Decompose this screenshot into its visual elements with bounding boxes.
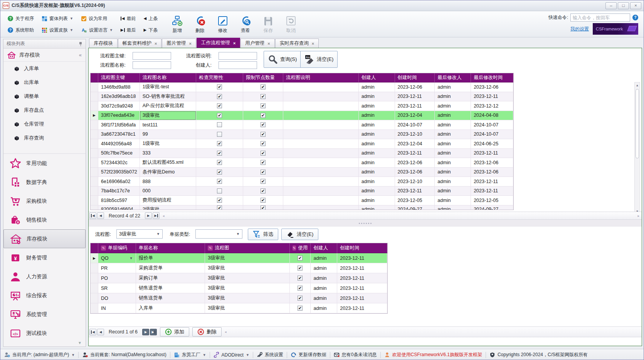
table-cell[interactable]: 2023-12-11 (395, 101, 435, 111)
table-cell[interactable]: 2023-12-11 (471, 177, 513, 187)
tab-inventory-module[interactable]: 库存模块 (89, 39, 118, 48)
table-cell[interactable]: admin (359, 168, 395, 177)
table-cell[interactable]: ✔ (290, 253, 311, 263)
search-input-key[interactable] (133, 52, 171, 60)
checkbox[interactable]: ✔ (261, 94, 266, 99)
checkbox[interactable] (217, 122, 222, 127)
table-cell[interactable] (196, 130, 243, 140)
table-cell[interactable]: admin (311, 263, 337, 273)
table-cell[interactable]: ✔ (196, 158, 243, 168)
query-button[interactable]: 查询(S) (264, 51, 301, 68)
tab-account-data[interactable]: 帐套资料维护× (118, 39, 161, 48)
table-cell[interactable]: ✔ (243, 177, 283, 187)
table-cell[interactable]: 2023-12-11 (395, 149, 435, 158)
table-cell[interactable]: ✔ (243, 158, 283, 168)
table-cell[interactable]: 报价单 (136, 253, 205, 263)
column-header[interactable]: 限制节点数量 (243, 73, 283, 82)
table-cell[interactable]: 2023-12-11 (471, 92, 513, 102)
table-cell[interactable]: 2023-12-11 (395, 187, 435, 196)
table-cell[interactable]: ✔ (243, 205, 283, 210)
sidebar-module-report-module[interactable]: 综合报表 (3, 286, 86, 305)
table-cell[interactable]: admin (435, 130, 471, 140)
table-cell[interactable]: admin (311, 283, 337, 293)
table-cell[interactable]: admin (435, 168, 471, 177)
table-cell[interactable]: ✔ (290, 303, 311, 313)
table-cell[interactable]: 2级审批 (140, 205, 197, 210)
table-row[interactable]: ▶QO▼报价单3级审批✔admin2023-12-11 (91, 253, 387, 263)
checkbox[interactable]: ✔ (261, 151, 266, 156)
close-icon[interactable]: × (312, 41, 314, 46)
search-input-desc[interactable] (219, 52, 257, 60)
nav-next-button[interactable]: ▶ (142, 329, 149, 335)
table-cell[interactable]: 888 (140, 177, 197, 187)
quick-command-input[interactable] (570, 13, 630, 22)
checkbox[interactable]: ✔ (261, 160, 266, 165)
table-cell[interactable]: DO (98, 293, 136, 303)
column-header[interactable]: 创建时间 (337, 243, 387, 253)
close-icon[interactable]: × (267, 41, 270, 46)
table-cell[interactable]: 36f1f71fd5b6afa (98, 120, 140, 130)
tab-image-manage[interactable]: 图片管理× (162, 39, 196, 48)
table-cell[interactable]: 2023-12-11 (337, 303, 387, 313)
table-cell[interactable]: 3级审批 (205, 283, 289, 293)
table-row[interactable]: IN入库单3级审批✔admin2023-12-11 (91, 303, 387, 313)
table-cell[interactable]: 3a667230478c1 (98, 130, 140, 140)
sidebar-module-sales-module[interactable]: ¥销售模块 (3, 210, 86, 229)
table-row[interactable]: 50fc7fbe75ece333✔✔admin2023-12-11admin20… (91, 149, 513, 158)
my-settings-link[interactable]: 我的设置 (570, 26, 589, 32)
table-cell[interactable]: 2023-12-06 (471, 82, 513, 92)
table-cell[interactable]: ✔ (243, 130, 283, 140)
close-button[interactable]: × (630, 2, 641, 9)
toolbar-item-last-record[interactable]: ▶最后 (118, 24, 139, 36)
table-cell[interactable]: ✔ (243, 92, 283, 102)
table-cell[interactable]: admin (359, 111, 395, 121)
tab-workflow-manage[interactable]: 工作流程管理× (197, 38, 240, 48)
toolbar-item-prev-record[interactable]: ◀上条 (141, 13, 161, 24)
checkbox[interactable]: ✔ (298, 306, 303, 311)
checkbox[interactable]: ✔ (217, 141, 222, 146)
table-cell[interactable]: 采购订单 (136, 273, 205, 283)
sidebar-group-inventory[interactable]: 库存模块 « (3, 49, 86, 62)
table-cell[interactable] (283, 101, 359, 111)
table-cell[interactable] (283, 177, 359, 187)
table-cell[interactable]: admin (435, 92, 471, 102)
table-cell[interactable]: 2023-12-06 (395, 158, 435, 168)
sidebar-module-test-module[interactable]: </>测试模块 (3, 324, 86, 343)
checkbox[interactable]: ✔ (217, 170, 222, 175)
table-cell[interactable]: 销售送货单 (136, 293, 205, 303)
checkbox[interactable]: ✔ (217, 94, 222, 99)
vertical-scrollbar[interactable]: ▲ ▼ (634, 82, 640, 215)
table-cell[interactable]: ✔ (243, 187, 283, 196)
table-cell[interactable]: 2023-12-06 (395, 82, 435, 92)
column-header[interactable]: ✎流程图 (205, 243, 289, 253)
checkbox[interactable]: ✔ (261, 103, 266, 108)
table-cell[interactable]: ✔ (243, 168, 283, 177)
help-circle-icon[interactable]: ? (632, 15, 638, 20)
grid-splitter[interactable] (89, 220, 642, 227)
table-cell[interactable] (283, 187, 359, 196)
table-cell[interactable]: ✔ (196, 168, 243, 177)
table-cell[interactable]: ✔ (196, 92, 243, 102)
table-cell[interactable]: 2024-06-25 (471, 139, 513, 149)
nav-last-button[interactable]: ▶ (150, 329, 157, 335)
status-item-refresh-cache[interactable]: 更新缓存数据 (291, 352, 326, 358)
table-cell[interactable]: 销售退货单 (136, 283, 205, 293)
table-cell[interactable] (283, 82, 359, 92)
tab-realtime-stock[interactable]: 实时库存查询× (275, 39, 319, 48)
column-header[interactable]: 创建人 (311, 243, 337, 253)
table-cell[interactable]: 2023-12-06 (471, 168, 513, 177)
checkbox[interactable] (217, 132, 222, 137)
sidebar-overflow-icon[interactable]: ▼ (78, 341, 82, 345)
sidebar-module-finance-module[interactable]: ¥财务管理 (3, 248, 86, 267)
table-cell[interactable]: 入库单 (136, 303, 205, 313)
table-row[interactable]: 162e3d96adb18SO-销售单审批流程✔✔admin2023-12-11… (91, 92, 513, 102)
column-header[interactable]: 流程图说明 (283, 73, 359, 82)
table-cell[interactable]: 费用报销流程 (140, 196, 197, 205)
table-cell[interactable]: ✔ (243, 149, 283, 158)
table-cell[interactable] (283, 92, 359, 102)
sidebar-module-system-module[interactable]: 系统管理 (3, 305, 86, 324)
table-cell[interactable]: admin (435, 158, 471, 168)
checkbox[interactable]: ✔ (217, 205, 222, 210)
checkbox[interactable]: ✔ (261, 141, 266, 146)
checkbox[interactable]: ✔ (298, 266, 303, 271)
